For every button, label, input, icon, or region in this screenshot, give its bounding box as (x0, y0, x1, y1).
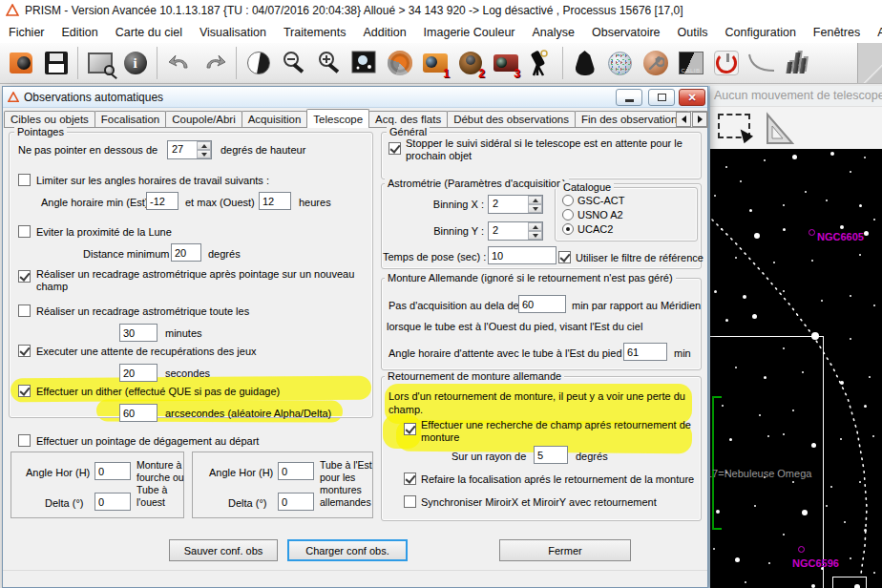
tab-focalisation[interactable]: Focalisation (94, 111, 166, 128)
stop-suivi-label: Stopper le suivi sidéral si le telescope… (406, 137, 694, 162)
recadrage-periodic-checkbox[interactable] (18, 304, 31, 317)
set-square-icon[interactable] (764, 112, 794, 146)
load-conf-button[interactable]: Charger conf obs. (287, 539, 408, 561)
power-icon[interactable] (708, 46, 744, 81)
histogram-3d-icon[interactable] (779, 46, 814, 81)
refocus-checkbox[interactable] (404, 472, 416, 485)
monture-attente-label: Angle horaire d'attente avec le tube à l… (388, 347, 622, 359)
contrast-icon[interactable] (241, 46, 276, 81)
curve-icon[interactable] (744, 46, 779, 81)
recherche-champ-checkbox[interactable] (404, 423, 416, 435)
zoom-out-icon[interactable] (276, 46, 311, 81)
fork-angle-input[interactable] (94, 462, 131, 480)
menu-fenetres[interactable]: Fenêtres (805, 24, 869, 41)
tab-debut-des-observations[interactable]: Début des observations (447, 111, 576, 128)
group-general-title: Général (387, 126, 430, 137)
moon-checkbox[interactable] (18, 225, 31, 238)
blade-icon[interactable] (382, 46, 417, 81)
tools-icon[interactable] (638, 46, 673, 81)
radio-gsc-act[interactable] (562, 195, 574, 206)
spin-up-icon[interactable] (528, 222, 542, 231)
info-icon[interactable]: i (117, 46, 153, 81)
menu-carte-du-ciel[interactable]: Carte du ciel (107, 24, 191, 41)
zoom-in-icon[interactable] (311, 46, 346, 81)
starfield[interactable]: NGC660517=Nebuleuse OmegaNGC6596 (710, 149, 882, 588)
menu-observatoire[interactable]: Observatoire (583, 24, 669, 41)
spin-up-icon[interactable] (197, 141, 211, 150)
dome-icon[interactable] (567, 46, 602, 81)
limit-ha-checkbox[interactable] (18, 174, 31, 186)
limit-ha-label: Limiter sur les angles horaires de trava… (36, 175, 269, 186)
maximize-button[interactable] (648, 89, 675, 106)
calib-icon[interactable]: CALIB (673, 46, 708, 81)
monture-attente-input[interactable] (623, 343, 667, 361)
min-alt-spinner[interactable]: 27 (167, 140, 212, 159)
rayon-input[interactable] (534, 446, 568, 464)
pas-acq-input[interactable] (518, 295, 566, 313)
tab-fin-des-observations[interactable]: Fin des observations (575, 111, 689, 128)
ha-max-input[interactable] (259, 192, 291, 210)
dialog-titlebar[interactable]: Observations automatiques (3, 87, 707, 108)
ha-min-input[interactable] (146, 192, 178, 210)
dither-input[interactable] (119, 404, 158, 422)
menu-traitements[interactable]: Traitements (275, 24, 355, 41)
minimize-button[interactable] (616, 89, 642, 106)
menu-configuration[interactable]: Configuration (717, 24, 805, 41)
recadrage-periodic-input[interactable] (119, 324, 158, 342)
radio-usno-a2[interactable] (562, 209, 574, 220)
tab-coupole-abri[interactable]: Coupole/Abri (165, 111, 242, 128)
open-image-icon[interactable] (3, 46, 38, 81)
camera1-icon[interactable]: 1 (417, 46, 452, 81)
star (840, 225, 844, 229)
binning-x-label: Binning X : (383, 199, 484, 210)
image-inspect-icon[interactable] (82, 46, 117, 81)
sync-checkbox[interactable] (404, 495, 416, 508)
german-angle-input[interactable] (278, 462, 314, 480)
tab-acquisition[interactable]: Acquisition (242, 111, 308, 128)
close-button[interactable]: ✕ (679, 89, 705, 106)
undo-icon[interactable] (161, 46, 197, 81)
spin-down-icon[interactable] (197, 150, 211, 158)
dither-checkbox[interactable] (18, 385, 31, 397)
tab-scroll-right-icon[interactable] (692, 112, 707, 127)
dither-suffix: arcsecondes (aléatoire Alpha/Delta) (165, 408, 331, 419)
save-icon[interactable] (38, 46, 74, 81)
attente-checkbox[interactable] (18, 345, 31, 357)
spin-up-icon[interactable] (528, 196, 542, 204)
camera3-icon[interactable]: 3 (488, 46, 523, 81)
filtre-checkbox[interactable] (558, 251, 571, 263)
group-astrometrie-title: Astrométrie (Paramètres d'acquisition) (385, 178, 569, 189)
radio-ucac2[interactable] (562, 223, 574, 235)
star (805, 191, 807, 193)
save-conf-button[interactable]: Sauver conf. obs (169, 539, 278, 561)
temps-pose-input[interactable] (488, 246, 556, 264)
menu-fichier[interactable]: Fichier (0, 24, 53, 41)
menu-aide[interactable]: Aide (869, 24, 882, 41)
spin-down-icon[interactable] (528, 204, 542, 213)
menu-outils[interactable]: Outils (669, 24, 717, 41)
redo-icon[interactable] (197, 46, 232, 81)
menu-visualisation[interactable]: Visualisation (191, 24, 275, 41)
camera2-icon[interactable]: 2 (452, 46, 488, 81)
telescope-icon[interactable] (523, 46, 558, 81)
spin-down-icon[interactable] (528, 231, 542, 240)
star (830, 486, 832, 488)
tab-scroll-left-icon[interactable] (676, 112, 691, 127)
menu-analyse[interactable]: Analyse (524, 24, 583, 41)
close-dialog-button[interactable]: Fermer (499, 539, 631, 561)
moon-dist-input[interactable] (171, 243, 201, 262)
menu-edition[interactable]: Edition (53, 24, 107, 41)
menu-imagerie-couleur[interactable]: Imagerie Couleur (415, 24, 524, 41)
stop-suivi-checkbox[interactable] (388, 142, 401, 155)
globe-icon[interactable] (602, 46, 638, 81)
degagement-checkbox[interactable] (18, 434, 31, 447)
menu-addition[interactable]: Addition (354, 24, 414, 41)
attente-input[interactable] (119, 364, 158, 382)
german-delta-input[interactable] (278, 493, 314, 511)
fork-delta-input[interactable] (94, 493, 131, 511)
image-enhance-icon[interactable] (346, 46, 382, 81)
recadrage-new-checkbox[interactable] (18, 270, 31, 283)
binning-x-spinner[interactable]: 2 (488, 195, 543, 214)
tab-telescope[interactable]: Telescope (306, 109, 369, 128)
binning-y-spinner[interactable]: 2 (488, 221, 543, 241)
